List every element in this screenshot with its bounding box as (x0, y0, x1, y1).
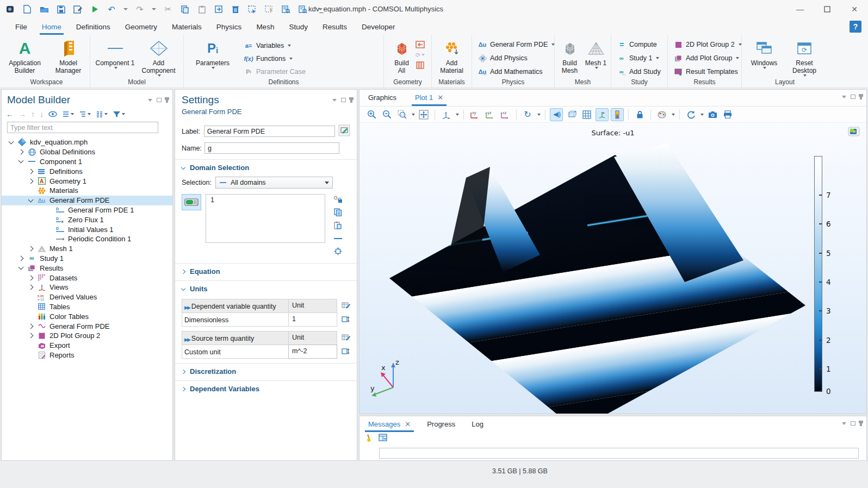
zoom-extents-button[interactable] (417, 108, 430, 121)
tree-item-initial-values-1[interactable]: D Initial Values 1 (2, 224, 172, 234)
collapse-all-button[interactable] (62, 111, 74, 118)
scene-light-button[interactable] (565, 108, 578, 121)
parameter-case-button[interactable]: Pi Parameter Case (244, 66, 306, 77)
tree-item-global-definitions[interactable]: Global Definitions (2, 147, 172, 157)
chevron-down-icon[interactable] (672, 114, 675, 116)
column-width-icon[interactable] (342, 347, 350, 357)
mesh-1-button[interactable]: Mesh 1 (584, 38, 609, 69)
color-legend-button[interactable] (611, 108, 624, 121)
unit-cell[interactable]: m^-2 (288, 345, 337, 359)
view-xz-button[interactable]: xz (499, 108, 512, 121)
print-button[interactable] (721, 108, 734, 121)
build-mesh-button[interactable]: Build Mesh (557, 38, 582, 74)
tree-item-general-form-pde-results[interactable]: General Form PDE (2, 321, 172, 331)
section-domain-selection[interactable]: Domain Selection (175, 160, 357, 176)
chevron-right-icon[interactable] (18, 256, 24, 261)
geometry-rebuild-icon[interactable]: ⟳ (416, 51, 425, 59)
minimize-button[interactable]: — (786, 0, 814, 18)
tree-item-geometry-1[interactable]: A Geometry 1 (2, 176, 172, 186)
chevron-right-icon[interactable] (28, 285, 34, 290)
parameters-button[interactable]: Pi Parameters (194, 38, 232, 69)
add-mathematics-button[interactable]: Δu̲ Add Mathematics (478, 66, 543, 77)
tree-item-general-form-pde[interactable]: Δu General Form PDE (2, 196, 172, 205)
chevron-right-icon[interactable] (18, 149, 24, 155)
functions-button[interactable]: f(x) Functions (244, 53, 306, 64)
copy-button[interactable] (180, 4, 190, 14)
geometry-insert-icon[interactable] (416, 40, 425, 49)
tab-graphics[interactable]: Graphics (368, 93, 396, 106)
application-builder-button[interactable]: A Application Builder (4, 38, 46, 74)
snapshot-button[interactable] (706, 108, 719, 121)
menu-tab-developer[interactable]: Developer (362, 18, 395, 35)
zoom-to-selection-icon[interactable] (333, 247, 343, 255)
copy-selection-icon[interactable] (333, 208, 343, 216)
rotate-view-button[interactable]: ↻ (521, 108, 534, 121)
chevron-right-icon[interactable] (28, 275, 34, 280)
plot-thumbnail-icon[interactable] (848, 127, 860, 139)
appearance-button[interactable] (655, 108, 668, 121)
go-to-view-button[interactable] (439, 108, 452, 121)
variables-button[interactable]: a= Variables (244, 40, 306, 51)
zoom-box-button[interactable] (395, 108, 408, 121)
panel-menu-icon[interactable] (842, 96, 846, 98)
add-component-button[interactable]: Add Component (138, 38, 180, 77)
tab-log[interactable]: Log (472, 420, 483, 432)
model-tree-node-text-button[interactable] (96, 111, 108, 118)
component-1-button[interactable]: Component 1 (94, 38, 137, 69)
edit-table-icon[interactable] (342, 333, 350, 343)
name-input[interactable] (204, 142, 339, 154)
chevron-down-icon[interactable] (412, 114, 415, 116)
maximize-button[interactable] (814, 0, 841, 18)
plot-area[interactable]: Surface: -u1 (359, 123, 866, 414)
paste-button[interactable] (197, 4, 207, 14)
find-button[interactable] (281, 4, 291, 14)
close-tab-icon[interactable]: ✕ (405, 420, 411, 428)
menu-tab-home[interactable]: Home (42, 18, 61, 35)
build-all-button[interactable]: Build All (390, 38, 413, 74)
chevron-down-icon[interactable] (18, 265, 24, 270)
view-yz-button[interactable]: yz (483, 108, 497, 121)
tree-item-materials[interactable]: Materials (2, 186, 172, 196)
open-file-button[interactable] (39, 4, 49, 14)
update-plot-button[interactable] (684, 108, 697, 121)
edit-table-icon[interactable] (342, 301, 350, 311)
tree-item-reports[interactable]: Reports (2, 351, 172, 360)
tree-item-root[interactable]: kdv_equation.mph (2, 137, 172, 147)
tree-item-2d-plot-group-2[interactable]: 2D Plot Group 2 (2, 331, 172, 341)
tree-filter-input[interactable] (7, 122, 158, 133)
rename-button[interactable] (338, 124, 350, 138)
chevron-down-icon[interactable] (456, 114, 459, 116)
geometry-partition-icon[interactable] (416, 61, 425, 70)
tree-item-periodic-condition-1[interactable]: Periodic Condition 1 (2, 234, 172, 244)
chevron-right-icon[interactable] (28, 168, 34, 174)
delete-button[interactable] (231, 4, 240, 14)
back-button[interactable]: ← (6, 110, 14, 118)
messages-output[interactable] (379, 448, 859, 459)
tab-progress[interactable]: Progress (427, 420, 455, 432)
forward-button[interactable]: → (18, 110, 26, 118)
menu-tab-physics[interactable]: Physics (216, 18, 242, 35)
pin-panel-icon[interactable] (860, 421, 862, 426)
cut-icon[interactable]: ✂ (163, 4, 173, 14)
tree-item-results[interactable]: Results (2, 263, 172, 273)
chevron-right-icon[interactable] (28, 246, 34, 252)
expand-all-button[interactable] (79, 111, 91, 118)
float-panel-icon[interactable] (851, 95, 855, 99)
quantity-cell[interactable]: Dimensionless (182, 313, 289, 326)
select-box-button[interactable] (247, 4, 257, 14)
pin-panel-icon[interactable] (860, 94, 862, 99)
selection-dropdown[interactable]: All domains (215, 177, 333, 189)
unit-cell[interactable]: 1 (289, 313, 337, 326)
chevron-down-icon[interactable] (9, 139, 14, 144)
domain-list-item[interactable]: 1 (210, 196, 214, 204)
tree-item-zero-flux-1[interactable]: D Zero Flux 1 (2, 215, 172, 224)
tree-item-general-form-pde-1[interactable]: D General Form PDE 1 (2, 205, 172, 215)
add-study-button[interactable]: ∞̲ Add Study (617, 66, 661, 77)
save-button[interactable] (56, 4, 66, 14)
redo-button[interactable]: ↷ (135, 4, 145, 14)
menu-tab-file[interactable]: File (15, 18, 27, 35)
chevron-right-icon[interactable] (28, 323, 34, 329)
windows-button[interactable]: Windows (747, 38, 781, 69)
tree-item-export[interactable]: Export (2, 341, 172, 351)
paste-selection-icon[interactable] (333, 221, 343, 229)
